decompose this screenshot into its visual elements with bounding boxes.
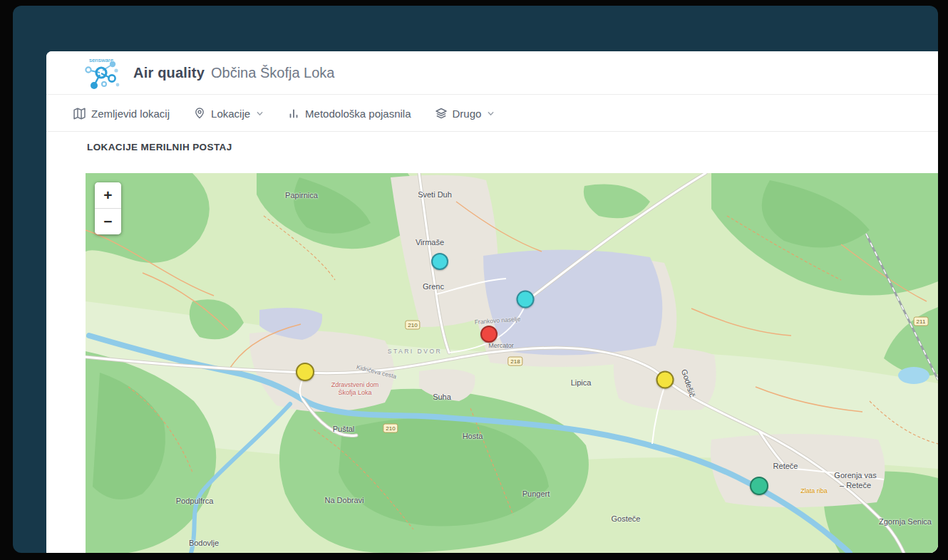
main-nav: Zemljevid lokacij Lokacije Metodološka p…: [46, 95, 938, 132]
nav-item-label: Zemljevid lokacij: [91, 108, 170, 120]
nav-item-lokacije[interactable]: Lokacije: [194, 108, 264, 120]
map-marker-station-skofja-loka[interactable]: [296, 363, 314, 381]
chevron-down-icon: [256, 110, 264, 118]
page-title: LOKACIJE MERILNIH POSTAJ: [87, 142, 232, 152]
road-shield: 218: [508, 357, 522, 366]
nav-item-metodoloska-pojasnila[interactable]: Metodološka pojasnila: [288, 108, 411, 120]
map-marker-station-godesic[interactable]: [656, 371, 674, 389]
sensware-logo-icon: sensware: [81, 55, 122, 90]
app-card: sensware Air quality Občina Škofja Loka: [46, 51, 938, 553]
zoom-out-button[interactable]: −: [95, 209, 121, 234]
browser-window: sensware Air quality Občina Škofja Loka: [13, 6, 938, 553]
nav-item-zemljevid-lokacij[interactable]: Zemljevid lokacij: [73, 108, 170, 120]
layers-icon: [436, 108, 447, 119]
map-marker-station-virmase[interactable]: [431, 253, 448, 270]
nav-item-label: Drugo: [453, 108, 482, 120]
road-shield: 210: [405, 321, 420, 330]
brand-text: sensware: [89, 57, 114, 63]
road-shield: 210: [383, 424, 398, 433]
map-marker-station-stari-dvor[interactable]: [480, 326, 498, 343]
nav-item-label: Metodološka pojasnila: [305, 108, 411, 120]
chart-icon: [288, 108, 299, 119]
app-title: Air quality: [133, 65, 205, 81]
zoom-in-button[interactable]: +: [95, 182, 121, 208]
app-header: sensware Air quality Občina Škofja Loka: [46, 51, 938, 95]
map-marker-station-retece[interactable]: [750, 477, 768, 495]
map-marker-station-trata[interactable]: [517, 291, 535, 308]
nav-item-drugo[interactable]: Drugo: [436, 108, 495, 120]
map-canvas[interactable]: PapirnicaSveti DuhVirmašeGrencLipicaSuha…: [86, 173, 938, 553]
pin-icon: [194, 108, 205, 119]
map-zoom-control: + −: [95, 182, 121, 234]
nav-item-label: Lokacije: [211, 108, 250, 120]
org-title: Občina Škofja Loka: [211, 65, 334, 81]
road-shield: 211: [914, 317, 929, 326]
chevron-down-icon: [487, 110, 495, 118]
map-icon: [73, 108, 86, 120]
